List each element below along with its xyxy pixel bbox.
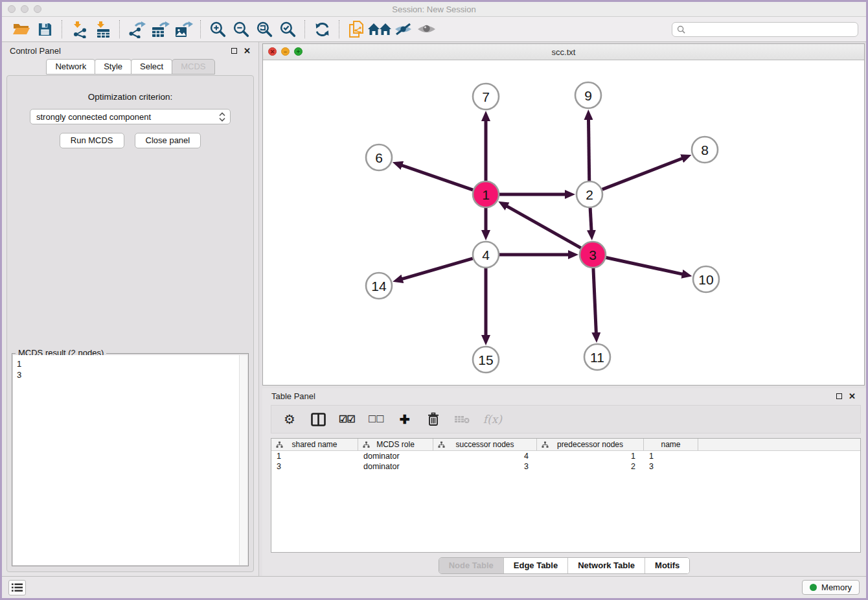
table-cell[interactable]: 3 [271,461,358,472]
edge-4-14[interactable] [402,259,473,279]
node-7[interactable]: 7 [473,84,499,110]
zoom-fit-button[interactable] [253,19,276,40]
column-header-successor-nodes[interactable]: successor nodes [433,439,537,450]
tab-network[interactable]: Network [46,59,95,75]
close-window-button[interactable] [8,5,16,13]
column-header-mcds-role[interactable]: MCDS role [358,439,433,450]
tab-motifs[interactable]: Motifs [645,558,689,573]
column-header-name[interactable]: name [644,439,698,450]
node-15[interactable]: 15 [473,347,499,373]
deselect-all-button[interactable]: ☐☐ [368,410,384,428]
maximize-network-button[interactable]: + [294,47,303,56]
svg-text:6: 6 [375,150,383,165]
result-scrollbar[interactable] [239,355,247,565]
network-graph-svg[interactable]: 7968124314101511 [263,60,864,385]
delete-column-button[interactable] [426,410,441,428]
node-14[interactable]: 14 [366,273,392,299]
first-neighbors-button[interactable] [368,19,391,40]
run-mcds-button[interactable]: Run MCDS [60,133,124,148]
mcds-panel: Optimization criterion: strongly connect… [6,75,254,572]
search-input[interactable] [689,24,853,34]
node-11[interactable]: 11 [584,344,610,370]
table-header-row: shared nameMCDS rolesuccessor nodesprede… [271,439,860,451]
clipboard-network-icon [348,20,365,38]
control-panel-header: Control Panel ✕ [2,42,258,59]
trash-icon [427,412,440,426]
tab-network-table[interactable]: Network Table [567,558,645,573]
node-9[interactable]: 9 [575,82,601,108]
table-row[interactable]: 1dominator411 [271,451,860,461]
table-cell[interactable]: 3 [644,461,698,472]
minimize-window-button[interactable] [21,5,29,13]
export-table-button[interactable] [148,19,172,40]
export-network-button[interactable] [125,19,148,40]
search-box[interactable] [672,22,858,37]
close-network-button[interactable]: ✕ [268,47,277,56]
node-10[interactable]: 10 [693,266,719,292]
export-table-icon [151,21,170,38]
table-cell[interactable]: 1 [271,451,358,461]
save-session-button[interactable] [33,19,56,40]
refresh-layout-button[interactable] [310,19,334,40]
table-cell[interactable]: dominator [358,461,433,472]
table-cell[interactable]: 1 [644,451,698,461]
memory-button[interactable]: Memory [802,580,860,595]
show-all-button[interactable] [415,19,438,40]
control-panel-tabs: NetworkStyleSelectMCDS [2,59,258,75]
hide-selected-button[interactable] [391,19,415,40]
network-from-clipboard-button[interactable] [345,19,368,40]
zoom-selected-button[interactable] [276,19,299,40]
tab-mcds[interactable]: MCDS [172,59,214,75]
column-header-predecessor-nodes[interactable]: predecessor nodes [537,439,644,450]
export-image-button[interactable] [172,19,195,40]
edge-1-6[interactable] [401,165,473,190]
minimize-network-button[interactable]: − [281,47,290,56]
node-6[interactable]: 6 [366,144,392,170]
float-panel-icon[interactable] [231,48,237,54]
close-table-panel-icon[interactable]: ✕ [849,392,856,400]
node-1[interactable]: 1 [473,181,499,207]
zoom-in-button[interactable] [206,19,229,40]
edge-3-10[interactable] [606,257,683,274]
import-table-button[interactable] [91,19,114,40]
edge-3-1[interactable] [506,206,580,248]
column-header-shared-name[interactable]: shared name [271,439,358,450]
list-icon [12,583,23,592]
node-4[interactable]: 4 [473,242,499,268]
table-cell[interactable]: 3 [433,461,537,472]
network-canvas[interactable]: 7968124314101511 [263,60,864,385]
import-network-button[interactable] [67,19,91,40]
tab-select[interactable]: Select [131,59,172,75]
table-cell[interactable]: dominator [358,451,433,461]
close-panel-button[interactable]: Close panel [135,133,201,148]
float-table-panel-icon[interactable] [836,393,842,399]
add-column-button[interactable]: ✚ [397,410,413,428]
open-session-button[interactable] [10,19,33,40]
task-history-button[interactable] [8,580,26,595]
criterion-dropdown[interactable]: strongly connected component [30,109,231,124]
edge-2-8[interactable] [602,158,683,189]
tab-edge-table[interactable]: Edge Table [503,558,567,573]
tab-style[interactable]: Style [95,59,131,75]
node-2[interactable]: 2 [577,181,602,207]
table-options-button[interactable]: ⚙ [282,410,297,428]
edge-3-11[interactable] [593,268,596,334]
node-3[interactable]: 3 [580,242,606,268]
table-row[interactable]: 3dominator323 [271,461,860,472]
split-view-button[interactable] [310,410,326,428]
open-folder-icon [12,21,30,37]
network-window-titlebar[interactable]: ✕ − + scc.txt [263,44,864,60]
node-8[interactable]: 8 [692,137,718,163]
edge-2-3[interactable] [590,208,591,231]
close-panel-icon[interactable]: ✕ [244,47,251,55]
memory-status-icon [810,584,817,591]
zoom-window-button[interactable] [34,5,41,13]
zoom-out-button[interactable] [229,19,253,40]
table-cell[interactable]: 1 [537,451,644,461]
table-cell[interactable]: 2 [537,461,644,472]
edge-2-9[interactable] [588,119,589,181]
table-cell[interactable]: 4 [433,451,537,461]
tab-node-table[interactable]: Node Table [439,558,503,573]
select-all-button[interactable]: ☑☑ [339,410,355,428]
table-panel: Table Panel ✕ ⚙ ☑☑ ☐☐ ✚ [262,388,866,576]
